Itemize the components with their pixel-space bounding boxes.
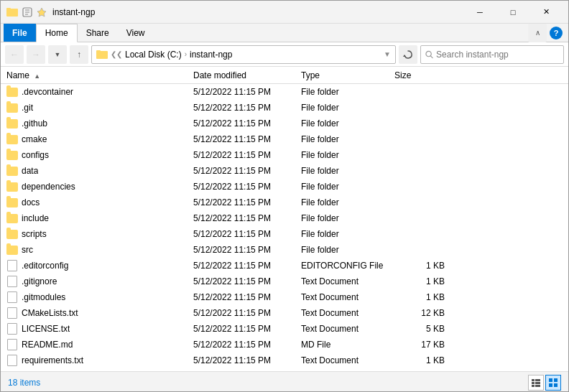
app-icon: [6, 6, 18, 18]
file-name: README.md: [22, 340, 73, 350]
col-type-header[interactable]: Type: [301, 70, 394, 80]
search-bar[interactable]: [420, 45, 564, 64]
ribbon-collapse-button[interactable]: ∧: [528, 24, 547, 42]
maximize-button[interactable]: □: [496, 1, 529, 24]
file-size: 1 KB: [394, 355, 445, 365]
table-row[interactable]: .devcontainer 5/12/2022 11:15 PM File fo…: [1, 84, 568, 100]
pin-icon: [37, 7, 47, 17]
table-row[interactable]: .git 5/12/2022 11:15 PM File folder: [1, 100, 568, 116]
tab-file[interactable]: File: [4, 24, 36, 42]
table-row[interactable]: .gitignore 5/12/2022 11:15 PM Text Docum…: [1, 274, 568, 289]
ribbon-tabs: File Home Share View ∧ ?: [1, 24, 568, 42]
table-row[interactable]: README.md 5/12/2022 11:15 PM MD File 17 …: [1, 337, 568, 353]
file-size: 1 KB: [394, 261, 445, 271]
file-list: Name ▲ Date modified Type Size .devconta…: [1, 67, 568, 371]
folder-icon: [6, 167, 18, 176]
file-rows-container: .devcontainer 5/12/2022 11:15 PM File fo…: [1, 84, 568, 368]
search-input[interactable]: [436, 50, 559, 60]
file-type-icon: [6, 134, 18, 145]
svg-rect-18: [549, 378, 552, 382]
table-row[interactable]: requirements.txt 5/12/2022 11:15 PM Text…: [1, 353, 568, 368]
table-row[interactable]: src 5/12/2022 11:15 PM File folder: [1, 242, 568, 258]
up-button[interactable]: ↑: [70, 45, 88, 64]
file-date: 5/12/2022 11:15 PM: [193, 245, 301, 255]
file-name: .gitmodules: [22, 292, 65, 302]
breadcrumb-folder[interactable]: instant-ngp: [190, 50, 232, 60]
minimize-button[interactable]: ─: [463, 1, 496, 24]
file-type-icon: [6, 197, 18, 208]
col-name-header[interactable]: Name ▲: [6, 70, 193, 80]
table-row[interactable]: dependencies 5/12/2022 11:15 PM File fol…: [1, 179, 568, 195]
file-type-label: File folder: [301, 103, 394, 113]
help-button[interactable]: ?: [550, 27, 563, 39]
tab-home[interactable]: Home: [36, 24, 78, 42]
table-row[interactable]: configs 5/12/2022 11:15 PM File folder: [1, 147, 568, 163]
folder-icon: [6, 230, 18, 239]
file-name-cell: src: [6, 244, 193, 256]
file-date: 5/12/2022 11:15 PM: [193, 134, 301, 144]
breadcrumb-local-disk[interactable]: Local Disk (C:): [125, 50, 182, 60]
file-name: src: [22, 245, 33, 255]
file-name: include: [22, 213, 49, 223]
breadcrumb-dropdown-icon[interactable]: ▼: [384, 50, 391, 58]
file-date: 5/12/2022 11:15 PM: [193, 292, 301, 302]
table-row[interactable]: include 5/12/2022 11:15 PM File folder: [1, 210, 568, 226]
file-date: 5/12/2022 11:15 PM: [193, 103, 301, 113]
file-type-label: MD File: [301, 340, 394, 350]
col-date-header[interactable]: Date modified: [193, 70, 301, 80]
breadcrumb-bar[interactable]: ❮❮ Local Disk (C:) › instant-ngp ▼: [91, 45, 396, 64]
recent-button[interactable]: ▼: [48, 45, 67, 64]
file-date: 5/12/2022 11:15 PM: [193, 182, 301, 192]
folder-icon: [6, 151, 18, 160]
table-row[interactable]: .editorconfig 5/12/2022 11:15 PM EDITORC…: [1, 258, 568, 274]
col-size-header[interactable]: Size: [394, 70, 445, 80]
file-type-label: Text Document: [301, 276, 394, 286]
svg-rect-12: [532, 379, 535, 381]
svg-rect-21: [554, 383, 558, 387]
file-type-label: EDITORCONFIG File: [301, 261, 394, 271]
table-row[interactable]: .github 5/12/2022 11:15 PM File folder: [1, 116, 568, 131]
quick-access-icon: [22, 7, 32, 17]
file-type-label: File folder: [301, 134, 394, 144]
table-row[interactable]: scripts 5/12/2022 11:15 PM File folder: [1, 226, 568, 242]
file-name-cell: dependencies: [6, 181, 193, 192]
back-button[interactable]: ←: [5, 45, 24, 64]
list-view-icon: [548, 378, 558, 388]
file-type-label: Text Document: [301, 324, 394, 334]
file-type-icon: [6, 291, 18, 303]
sort-arrow-icon: ▲: [34, 73, 40, 80]
file-type-label: Text Document: [301, 355, 394, 365]
forward-button[interactable]: →: [27, 45, 45, 64]
title-bar-controls: ─ □ ✕: [463, 1, 563, 24]
file-name-cell: docs: [6, 197, 193, 208]
folder-icon: [6, 135, 18, 144]
table-row[interactable]: data 5/12/2022 11:15 PM File folder: [1, 163, 568, 179]
file-icon: [7, 307, 17, 319]
table-row[interactable]: .gitmodules 5/12/2022 11:15 PM Text Docu…: [1, 289, 568, 305]
file-type-label: File folder: [301, 245, 394, 255]
close-button[interactable]: ✕: [529, 1, 563, 24]
file-name-cell: .editorconfig: [6, 260, 193, 271]
svg-rect-13: [532, 382, 535, 384]
file-name-cell: include: [6, 213, 193, 224]
view-toggle: [528, 375, 561, 391]
file-date: 5/12/2022 11:15 PM: [193, 324, 301, 334]
file-size: 5 KB: [394, 324, 445, 334]
tab-share[interactable]: Share: [78, 24, 118, 42]
file-name: .git: [22, 103, 33, 113]
table-row[interactable]: docs 5/12/2022 11:15 PM File folder: [1, 195, 568, 210]
tab-view[interactable]: View: [118, 24, 154, 42]
table-row[interactable]: cmake 5/12/2022 11:15 PM File folder: [1, 131, 568, 147]
refresh-button[interactable]: [399, 45, 417, 64]
svg-marker-6: [37, 8, 46, 17]
table-row[interactable]: LICENSE.txt 5/12/2022 11:15 PM Text Docu…: [1, 321, 568, 337]
view-details-button[interactable]: [528, 375, 544, 391]
refresh-icon: [403, 50, 413, 60]
table-row[interactable]: CMakeLists.txt 5/12/2022 11:15 PM Text D…: [1, 305, 568, 321]
view-list-button[interactable]: [545, 375, 561, 391]
file-name-cell: configs: [6, 149, 193, 161]
file-name: docs: [22, 197, 40, 207]
file-name: data: [22, 166, 38, 176]
folder-icon: [6, 214, 18, 223]
file-name-cell: data: [6, 165, 193, 177]
